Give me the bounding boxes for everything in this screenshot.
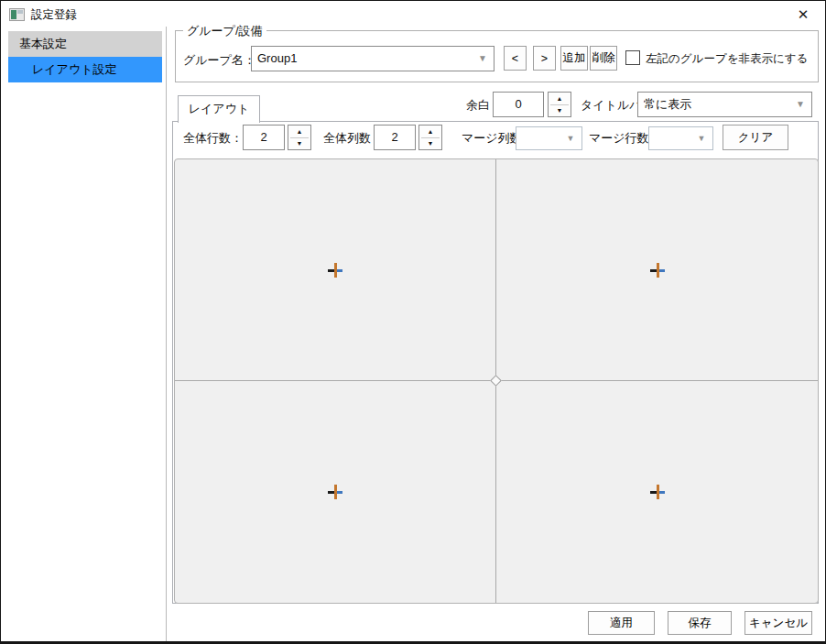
group-next-button[interactable]: >	[533, 46, 556, 71]
close-icon[interactable]: ✕	[790, 5, 816, 25]
settings-dialog-window: 設定登録 ✕ 基本設定 レイアウト設定 グループ/設備 グループ名： Group…	[0, 0, 826, 644]
total-cols-spinbox-value[interactable]: 2	[374, 125, 416, 150]
merge-cols-value	[522, 127, 558, 149]
group-delete-button[interactable]: 削除	[590, 46, 617, 71]
merge-rows-combobox[interactable]: ▼	[648, 126, 713, 150]
titlebar-mode-combobox[interactable]: 常に表示 ▼	[637, 92, 812, 117]
grid-cell-4[interactable]	[496, 381, 819, 603]
merge-rows-value	[655, 127, 689, 149]
grid-cell-1[interactable]	[175, 159, 495, 380]
cancel-button[interactable]: キャンセル	[744, 611, 812, 635]
group-add-button[interactable]: 追加	[560, 46, 588, 71]
plus-icon	[328, 485, 342, 499]
app-icon-pane	[11, 10, 16, 19]
groupbox-legend: グループ/設備	[183, 23, 266, 39]
sidebar-divider	[166, 27, 167, 644]
window-title: 設定登録	[31, 7, 77, 23]
layout-grid-panel	[174, 158, 819, 604]
grid-cell-2[interactable]	[496, 159, 819, 380]
total-rows-spinbox-value[interactable]: 2	[243, 125, 285, 150]
total-rows-spinner: ▲ ▼	[288, 125, 311, 150]
hide-group-checkbox-label: 左記のグループを非表示にする	[646, 51, 808, 67]
merge-cols-combobox[interactable]: ▼	[516, 126, 582, 150]
sidebar-item-basic-settings[interactable]: 基本設定	[8, 31, 162, 57]
tab-layout[interactable]: レイアウト	[178, 95, 260, 123]
plus-icon	[328, 263, 342, 278]
margin-spinbox-value[interactable]: 0	[493, 92, 544, 117]
app-icon-pane	[17, 10, 23, 14]
spin-up-icon[interactable]: ▲	[288, 126, 310, 137]
plus-icon	[650, 485, 665, 499]
titlebar-mode-value: 常に表示	[644, 93, 788, 116]
spin-up-icon[interactable]: ▲	[549, 93, 571, 104]
spin-up-icon[interactable]: ▲	[419, 126, 441, 137]
plus-icon	[650, 263, 665, 278]
sidebar-item-layout-settings[interactable]: レイアウト設定	[8, 57, 162, 82]
margin-spinner: ▲ ▼	[548, 92, 571, 117]
save-button[interactable]: 保存	[668, 611, 732, 635]
group-name-label: グループ名：	[183, 52, 255, 69]
spin-down-icon[interactable]: ▼	[288, 137, 310, 149]
spin-down-icon[interactable]: ▼	[419, 137, 441, 149]
chevron-down-icon[interactable]: ▼	[789, 93, 811, 116]
total-cols-spinner: ▲ ▼	[418, 125, 442, 150]
chevron-down-icon[interactable]: ▼	[560, 127, 581, 149]
total-rows-label: 全体行数：	[183, 130, 243, 147]
grid-cell-3[interactable]	[175, 381, 495, 603]
clear-button[interactable]: クリア	[723, 125, 788, 150]
group-name-value: Group1	[257, 47, 470, 71]
chevron-down-icon[interactable]: ▼	[472, 47, 494, 71]
hide-group-checkbox[interactable]	[625, 50, 640, 65]
group-prev-button[interactable]: <	[504, 46, 527, 71]
chevron-down-icon[interactable]: ▼	[690, 127, 712, 149]
apply-button[interactable]: 適用	[588, 611, 655, 635]
title-bar: 設定登録 ✕	[1, 1, 825, 28]
group-equipment-groupbox: グループ/設備 グループ名： Group1 ▼ < > 追加 削除 左記のグルー…	[175, 30, 819, 82]
spin-down-icon[interactable]: ▼	[549, 104, 571, 116]
app-icon	[9, 8, 25, 21]
group-name-combobox[interactable]: Group1 ▼	[251, 46, 495, 71]
